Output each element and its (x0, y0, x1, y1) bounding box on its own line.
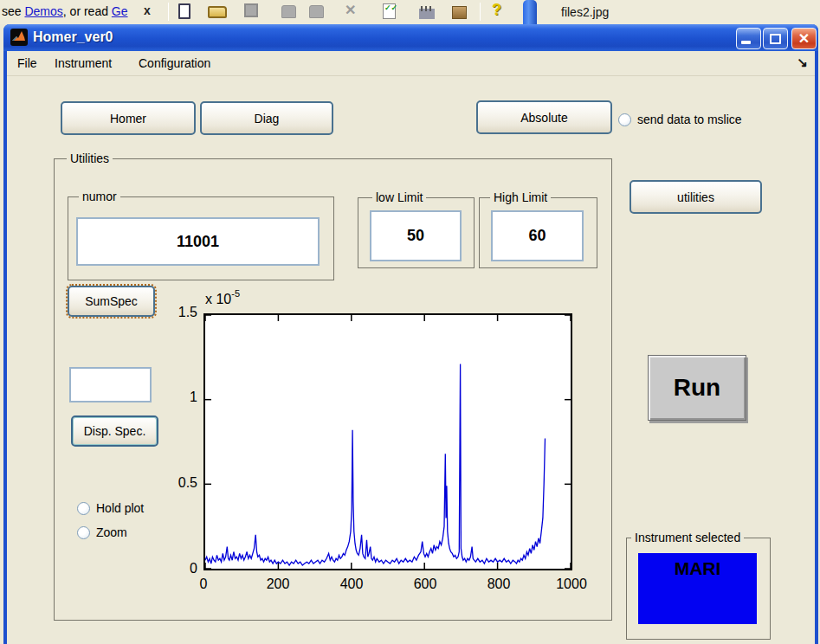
dock-arrow-icon[interactable]: ↘ (797, 55, 808, 70)
y-tick-label: 0 (170, 561, 197, 576)
demos-link[interactable]: Demos (24, 4, 62, 18)
close-pane-icon[interactable]: x (144, 3, 151, 17)
guide-icon[interactable] (452, 3, 467, 19)
screen: see Demos, or read Ge x ✕ ✓✓ ? files2.jp… (0, 0, 820, 644)
high-limit-frame-label: High Limit (490, 190, 551, 204)
low-limit-input[interactable] (370, 210, 462, 261)
mslice-radio-label: send data to mslice (637, 113, 742, 126)
numor-input[interactable] (76, 217, 320, 266)
menu-file[interactable]: File (17, 56, 37, 70)
disp-spec-input[interactable] (69, 367, 152, 402)
copy-icon[interactable] (309, 3, 324, 18)
menu-bar: File Instrument Configuration ↘ (7, 51, 815, 76)
zoom-radio-label: Zoom (96, 525, 127, 539)
x-tick-label: 1000 (552, 576, 591, 592)
x-tick-label: 200 (262, 576, 294, 592)
open-folder-icon[interactable] (208, 3, 227, 18)
help-text-prefix: see (2, 4, 24, 18)
save-icon[interactable] (244, 3, 258, 17)
utilities-frame-label: Utilities (67, 151, 113, 165)
high-limit-input[interactable] (491, 210, 584, 261)
help-text-mid: , or read (63, 4, 112, 18)
x-tick-label: 400 (336, 576, 367, 592)
numor-frame-label: numor (79, 190, 120, 203)
radio-circle-icon[interactable] (77, 502, 90, 515)
radio-circle-icon[interactable] (77, 526, 90, 539)
background-window-edge (523, 0, 537, 24)
plot-canvas (205, 315, 571, 569)
help-icon[interactable]: ? (492, 1, 501, 19)
maximize-icon (770, 34, 781, 44)
menu-configuration[interactable]: Configuration (139, 56, 210, 70)
matlab-icon (10, 29, 28, 46)
sumspec-button[interactable]: SumSpec (68, 286, 155, 317)
profiler-icon[interactable] (419, 3, 435, 19)
getting-started-link[interactable]: Ge (112, 4, 128, 18)
paste-icon[interactable] (281, 3, 296, 18)
maximize-button[interactable] (763, 28, 788, 49)
absolute-button[interactable]: Absolute (476, 100, 612, 134)
x-tick-label: 800 (483, 576, 514, 592)
zoom-radio[interactable]: Zoom (77, 525, 127, 539)
run-button[interactable]: Run (648, 355, 746, 421)
toolbar-separator (480, 3, 481, 21)
instrument-selected-value: MARI (638, 553, 757, 624)
y-tick-label: 0.5 (170, 475, 197, 491)
low-limit-frame-label: low Limit (372, 190, 426, 204)
new-document-icon[interactable] (178, 3, 190, 19)
menu-instrument[interactable]: Instrument (55, 56, 112, 70)
x-tick-label: 600 (410, 576, 441, 592)
y-tick-label: 1 (170, 390, 197, 405)
hold-plot-radio[interactable]: Hold plot (77, 501, 144, 515)
window-title: Homer_ver0 (33, 29, 113, 45)
background-toolbar-strip: see Demos, or read Ge x ✕ ✓✓ ? files2.jp… (0, 0, 820, 24)
instrument-selected-frame-label: Instrument selected (631, 531, 744, 544)
toolbar-separator (168, 3, 169, 21)
checklist-icon[interactable]: ✓✓ (383, 3, 396, 19)
utilities-button[interactable]: utilities (630, 180, 762, 214)
spectrum-plot (203, 313, 572, 570)
send-data-to-mslice-radio[interactable]: send data to mslice (618, 113, 742, 126)
homer-button[interactable]: Homer (61, 101, 196, 135)
diag-button[interactable]: Diag (200, 101, 333, 135)
disp-spec-button[interactable]: Disp. Spec. (71, 415, 158, 447)
title-bar[interactable]: Homer_ver0 ✕ (3, 24, 818, 51)
minimize-icon (741, 41, 751, 44)
hold-plot-radio-label: Hold plot (96, 501, 144, 515)
delete-icon[interactable]: ✕ (345, 2, 356, 18)
radio-circle-icon[interactable] (618, 113, 631, 126)
minimize-button[interactable] (736, 28, 761, 49)
x-tick-label: 0 (195, 576, 212, 592)
background-help-text: see Demos, or read Ge (2, 4, 128, 18)
background-file-label: files2.jpg (561, 5, 609, 19)
axis-exponent-label: x 10-5 (205, 290, 240, 307)
y-tick-label: 1.5 (170, 305, 197, 320)
close-button[interactable]: ✕ (791, 28, 817, 49)
